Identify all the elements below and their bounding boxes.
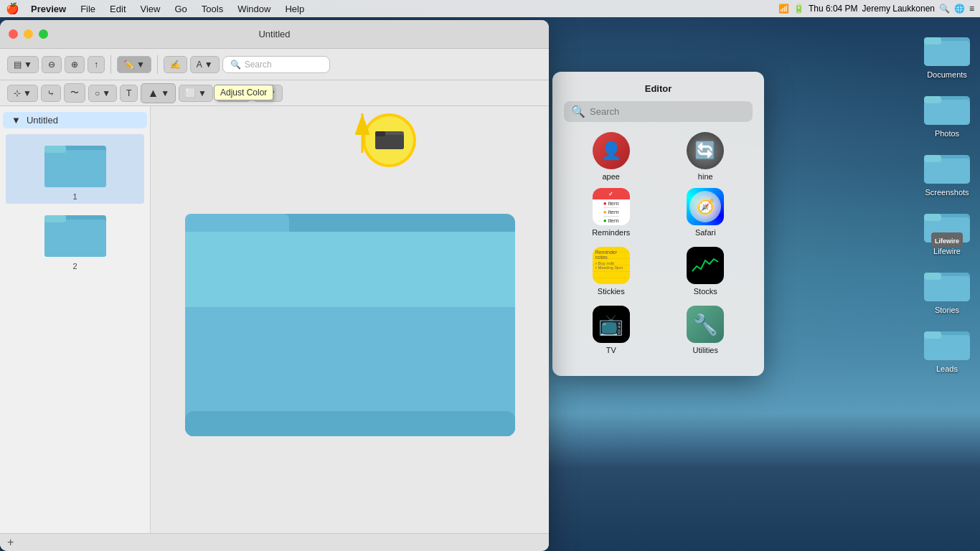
status-bar: + xyxy=(0,533,549,551)
markup-button[interactable]: A ▼ xyxy=(190,56,220,73)
lasso-icon: ⤷ xyxy=(47,88,55,98)
menubar-window[interactable]: Window xyxy=(232,2,276,16)
menubar-tools[interactable]: Tools xyxy=(196,2,229,16)
thumbnail-2[interactable]: 2 xyxy=(6,204,144,273)
pen-dropdown-arrow: ▼ xyxy=(136,60,145,70)
svg-rect-12 xyxy=(185,307,515,411)
app-item-paperpee[interactable]: 👤 apee xyxy=(586,132,636,181)
app-item-utilities[interactable]: 🔧 Utilities xyxy=(680,306,730,354)
adjust-color-button[interactable]: ▲ ▼ xyxy=(141,83,176,103)
desktop-folder-screenshots[interactable]: Screenshots xyxy=(921,146,973,199)
pen-icon: ✏️ xyxy=(123,60,134,70)
menubar-user[interactable]: Jeremy Laukkonen xyxy=(862,4,935,14)
search-box[interactable]: 🔍 Search xyxy=(222,56,330,73)
app-paperpee-name: apee xyxy=(603,172,620,181)
app-grid-panel[interactable]: Editor 🔍 👤 apee 🔄 hine ✓ ● xyxy=(552,72,764,376)
sidebar-section-header: ▼ Untitled xyxy=(3,112,147,128)
utilities-icon-symbol: 🔧 xyxy=(693,313,718,336)
app-grid-search[interactable]: 🔍 xyxy=(564,101,753,122)
border-tool-button[interactable]: ⬜ ▼ xyxy=(179,85,213,102)
pen-tool-button[interactable]: ✏️ ▼ xyxy=(117,56,151,73)
add-page-button[interactable]: + xyxy=(7,536,14,549)
sidebar-toggle-arrow: ▼ xyxy=(24,60,32,70)
menubar-view[interactable]: View xyxy=(135,2,166,16)
share-button[interactable]: ↑ xyxy=(88,56,105,73)
shape-tool-button[interactable]: ○ ▼ xyxy=(88,85,117,102)
window-titlebar: Untitled xyxy=(0,20,549,49)
zoom-in-button[interactable]: ⊕ xyxy=(65,56,85,73)
search-icon: 🔍 xyxy=(571,105,585,118)
app-item-tv[interactable]: 📺 TV xyxy=(586,306,636,354)
globe-icon[interactable]: 🌐 xyxy=(954,4,965,14)
sidebar-toggle-button[interactable]: ▤ ▼ xyxy=(7,56,39,73)
text-tool-button[interactable]: T xyxy=(120,85,138,102)
zoom-in-icon: ⊕ xyxy=(71,60,78,70)
signature-button[interactable]: ✍ xyxy=(164,56,187,73)
desktop-folder-photos[interactable]: Photos xyxy=(921,88,973,141)
toolbar-separator-1 xyxy=(110,55,111,74)
lifewire-badge-text: Lifewire xyxy=(935,237,959,245)
desktop-folder-documents[interactable]: Documents xyxy=(921,29,973,82)
svg-rect-35 xyxy=(924,335,970,360)
maximize-button[interactable] xyxy=(39,29,48,39)
lasso-tool-button[interactable]: ⤷ xyxy=(41,85,61,102)
app-item-stocks[interactable]: Stocks xyxy=(680,247,730,296)
menubar-time: Thu 6:04 PM xyxy=(809,4,858,14)
screenshots-folder-label: Screenshots xyxy=(925,188,969,197)
menu-extra-icon[interactable]: ≡ xyxy=(969,4,974,14)
search-placeholder-text: Search xyxy=(245,60,272,70)
shape-icon: ○ xyxy=(95,88,100,98)
menubar-go[interactable]: Go xyxy=(169,2,192,16)
svg-rect-13 xyxy=(185,411,515,436)
menubar-edit[interactable]: Edit xyxy=(104,2,131,16)
menubar-help[interactable]: Help xyxy=(279,2,310,16)
main-canvas[interactable] xyxy=(151,106,549,533)
app-item-stickies[interactable]: Reminder notes • Buy milk • Meeting 3pm … xyxy=(586,247,636,296)
minimize-button[interactable] xyxy=(24,29,33,39)
desktop-folder-stories[interactable]: Stories xyxy=(921,264,973,317)
wifi-icon[interactable]: 📶 xyxy=(778,4,789,14)
reminders-header: ✓ xyxy=(608,191,613,197)
font-icon: A xyxy=(260,88,265,98)
leads-folder-icon xyxy=(924,326,970,363)
zoom-out-button[interactable]: ⊖ xyxy=(42,56,62,73)
battery-icon[interactable]: 🔋 xyxy=(793,4,804,14)
sketch-tool-button[interactable]: 〜 xyxy=(64,83,85,103)
app-item-reminders[interactable]: ✓ ● item ● item ● item Reminders xyxy=(586,188,636,237)
window-controls xyxy=(9,29,48,39)
main-folder-image xyxy=(182,185,519,454)
menubar-app-name[interactable]: Preview xyxy=(25,2,72,16)
screenshots-folder-icon xyxy=(924,149,970,187)
thumbnail-1[interactable]: 1 xyxy=(6,134,144,204)
apple-menu[interactable]: 🍎 xyxy=(6,2,19,15)
app-reminders-name: Reminders xyxy=(592,228,630,237)
grid-title: Editor xyxy=(564,83,753,94)
svg-rect-21 xyxy=(924,37,941,44)
safari-compass: 🧭 xyxy=(689,191,721,222)
reminders-content: ● item ● item ● item xyxy=(600,199,622,225)
svg-rect-24 xyxy=(924,96,941,103)
menubar-file[interactable]: File xyxy=(75,2,101,16)
app-utilities-name: Utilities xyxy=(693,346,718,354)
app-item-timemachine[interactable]: 🔄 hine xyxy=(680,132,730,181)
border-arrow: ▼ xyxy=(198,88,207,98)
toolbar-separator-2 xyxy=(157,55,158,74)
shape-arrow: ▼ xyxy=(102,88,110,98)
documents-folder-label: Documents xyxy=(927,70,967,79)
app-safari-name: Safari xyxy=(695,228,716,237)
selection-tool-button[interactable]: ⊹ ▼ xyxy=(7,85,38,102)
app-grid-search-input[interactable] xyxy=(590,106,745,117)
app-item-safari[interactable]: 🧭 Safari xyxy=(680,188,730,237)
border-style-button[interactable]: ⬜ ▼ xyxy=(216,85,250,102)
border-style-arrow: ▼ xyxy=(235,88,244,98)
stories-folder-label: Stories xyxy=(935,306,959,314)
desktop-folder-lifewire[interactable]: Lifewire Lifewire xyxy=(921,205,973,258)
search-icon[interactable]: 🔍 xyxy=(939,4,950,14)
desktop-folder-leads[interactable]: Leads xyxy=(921,323,973,376)
font-tool-button[interactable]: A ▼ xyxy=(253,85,283,102)
zoom-out-icon: ⊖ xyxy=(48,60,55,70)
border-icon: ⬜ xyxy=(185,88,196,98)
close-button[interactable] xyxy=(9,29,18,39)
folder-thumbnail-1 xyxy=(43,137,108,191)
circle-folder-icon xyxy=(375,128,404,153)
